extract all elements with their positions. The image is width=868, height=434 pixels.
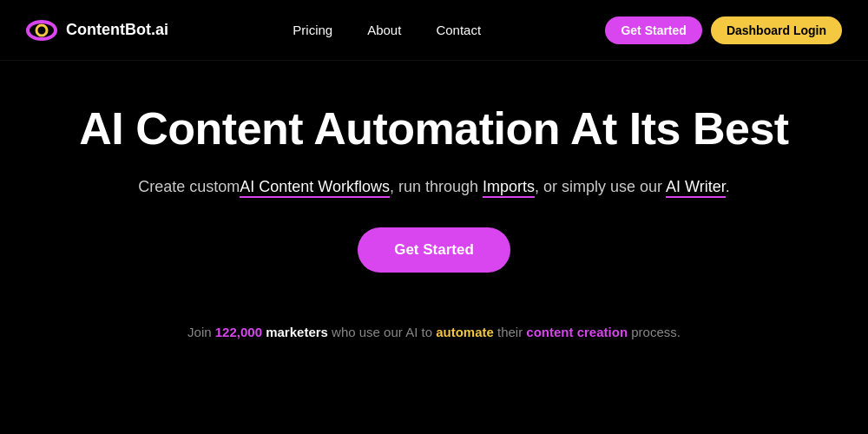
subtitle-prefix: Create custom — [138, 178, 240, 195]
header-get-started-button[interactable]: Get Started — [605, 16, 701, 44]
subtitle-middle: , run through — [390, 178, 483, 195]
logo-area[interactable]: ContentBot.ai — [26, 15, 168, 46]
svg-point-1 — [36, 25, 47, 36]
social-after: their — [494, 325, 527, 339]
social-proof: Join 122,000 marketers who use our AI to… — [187, 325, 681, 339]
hero-section: AI Content Automation At Its Best Create… — [0, 61, 868, 357]
social-number: 122,000 — [215, 325, 262, 339]
logo-icon — [26, 15, 57, 46]
nav-pricing[interactable]: Pricing — [293, 23, 332, 37]
social-content-creation: content creation — [526, 325, 628, 339]
main-nav: Pricing About Contact — [293, 23, 481, 37]
subtitle-link-aiwriter[interactable]: AI Writer — [666, 178, 726, 198]
header-buttons: Get Started Dashboard Login — [605, 16, 842, 44]
subtitle-link-workflows[interactable]: AI Content Workflows — [240, 178, 390, 198]
subtitle-after: , or simply use our — [535, 178, 666, 195]
subtitle-link-imports[interactable]: Imports — [483, 178, 535, 198]
social-prefix: Join — [187, 325, 215, 339]
hero-title: AI Content Automation At Its Best — [79, 104, 788, 154]
hero-subtitle: Create customAI Content Workflows, run t… — [138, 174, 730, 200]
site-header: ContentBot.ai Pricing About Contact Get … — [0, 0, 868, 61]
nav-about[interactable]: About — [367, 23, 401, 37]
social-end: process. — [628, 325, 681, 339]
subtitle-end: . — [726, 178, 730, 195]
header-dashboard-login-button[interactable]: Dashboard Login — [711, 16, 842, 44]
hero-get-started-button[interactable]: Get Started — [358, 227, 510, 273]
logo-text: ContentBot.ai — [66, 21, 168, 39]
social-marketers: marketers — [262, 325, 328, 339]
social-middle: who use our AI to — [328, 325, 436, 339]
social-automate: automate — [436, 325, 494, 339]
nav-contact[interactable]: Contact — [436, 23, 481, 37]
